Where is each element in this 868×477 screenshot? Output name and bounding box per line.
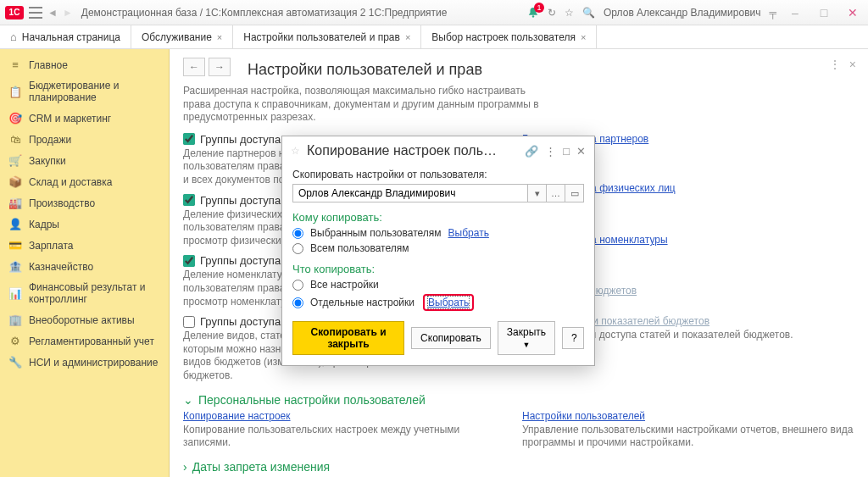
bank-icon: 🏦 bbox=[8, 260, 22, 273]
link-choose-settings[interactable]: Выбрать bbox=[428, 297, 469, 308]
dialog-max-icon[interactable]: □ bbox=[563, 145, 570, 158]
tab-users-rights[interactable]: Настройки пользователей и прав × bbox=[233, 25, 421, 48]
sidebar-item-label: Бюджетирование и планирование bbox=[29, 80, 160, 103]
sidebar-item-label: Закупки bbox=[29, 155, 66, 167]
radio-selected-users[interactable] bbox=[292, 228, 303, 239]
copy-and-close-button[interactable]: Скопировать и закрыть bbox=[292, 321, 404, 355]
sidebar-item-main[interactable]: ≡Главное bbox=[0, 54, 169, 75]
tab-select-settings-label: Выбор настроек пользователя bbox=[431, 31, 576, 43]
close-icon[interactable]: × bbox=[405, 32, 410, 42]
cart-icon: 🛒 bbox=[8, 154, 22, 167]
sidebar-item-salary[interactable]: 💳Зарплата bbox=[0, 235, 169, 256]
chevron-left-icon[interactable]: ◄ bbox=[47, 7, 58, 19]
link-choose-users[interactable]: Выбрать bbox=[448, 227, 489, 239]
tab-service[interactable]: Обслуживание × bbox=[131, 25, 233, 48]
page-menu-icon[interactable]: ⋮ bbox=[829, 58, 841, 71]
sidebar-item-label: Финансовый результат и контроллинг bbox=[29, 281, 160, 305]
sidebar-item-label: Внеоборотные активы bbox=[29, 314, 135, 326]
link-copy-settings[interactable]: Копирование настроек bbox=[183, 410, 291, 422]
target-icon: 🎯 bbox=[8, 112, 22, 125]
radio-selected-users-label: Выбранным пользователям bbox=[310, 227, 442, 239]
group-dates-label: Даты запрета изменения bbox=[192, 460, 330, 474]
close-button-label: Закрыть bbox=[507, 326, 546, 338]
search-icon[interactable]: 🔍 bbox=[582, 7, 595, 19]
wrench-icon: 🔧 bbox=[8, 356, 22, 369]
tab-select-settings[interactable]: Выбор настроек пользователя × bbox=[421, 25, 597, 48]
page-title: Настройки пользователей и прав bbox=[248, 61, 482, 79]
favorite-icon[interactable]: ☆ bbox=[565, 7, 574, 19]
sidebar-item-sales[interactable]: 🛍Продажи bbox=[0, 129, 169, 150]
sidebar-item-label: НСИ и администрирование bbox=[29, 357, 158, 369]
radio-all-settings[interactable] bbox=[292, 280, 303, 291]
bag-icon: 🛍 bbox=[8, 133, 22, 146]
sidebar-item-label: Регламентированный учет bbox=[29, 336, 154, 347]
close-icon[interactable]: × bbox=[581, 32, 586, 42]
chevron-right-icon: › bbox=[183, 460, 187, 474]
label-copy-from: Скопировать настройки от пользователя: bbox=[292, 169, 584, 180]
gear-icon: ⚙ bbox=[8, 335, 22, 347]
group-dates[interactable]: ›Даты запрета изменения bbox=[183, 460, 854, 474]
copy-button[interactable]: Скопировать bbox=[411, 327, 491, 349]
sidebar-item-warehouse[interactable]: 📦Склад и доставка bbox=[0, 171, 169, 192]
sidebar-item-finance[interactable]: 📊Финансовый результат и контроллинг bbox=[0, 277, 169, 309]
help-button[interactable]: ? bbox=[562, 327, 584, 349]
page-close-icon[interactable]: × bbox=[849, 58, 856, 71]
tab-start[interactable]: ⌂ Начальная страница bbox=[0, 25, 131, 48]
chevron-right-icon[interactable]: ► bbox=[63, 7, 73, 19]
notification-badge: 1 bbox=[534, 3, 544, 13]
nav-forward-button[interactable]: → bbox=[209, 58, 231, 76]
sidebar-item-purchases[interactable]: 🛒Закупки bbox=[0, 150, 169, 171]
clipboard-icon: 📋 bbox=[8, 86, 22, 98]
notification-bell-icon[interactable]: 1 bbox=[527, 7, 539, 19]
history-icon[interactable]: ↻ bbox=[548, 7, 556, 19]
nav-sidebar: ≡Главное 📋Бюджетирование и планирование … bbox=[0, 49, 170, 477]
link-user-settings[interactable]: Настройки пользователей bbox=[522, 410, 645, 422]
box-icon: 📦 bbox=[8, 175, 22, 188]
chevron-down-icon: ⌄ bbox=[183, 393, 193, 407]
sidebar-item-production[interactable]: 🏭Производство bbox=[0, 192, 169, 214]
user-name[interactable]: Орлов Александр Владимирович bbox=[604, 7, 761, 19]
user-from-input[interactable] bbox=[292, 184, 528, 202]
list-icon: ≡ bbox=[8, 58, 22, 71]
user-menu-icon[interactable]: ╤ bbox=[769, 7, 776, 19]
dialog-close-icon[interactable]: ✕ bbox=[576, 145, 586, 158]
app-logo-icon: 1C bbox=[5, 6, 24, 19]
copy-settings-dialog: ☆ Копирование настроек поль… 🔗 ⋮ □ ✕ Ско… bbox=[281, 136, 595, 366]
group-personal-settings[interactable]: ⌄Персональные настройки пользователей bbox=[183, 393, 854, 407]
nav-back-button[interactable]: ← bbox=[183, 58, 205, 76]
sidebar-item-regulated[interactable]: ⚙Регламентированный учет bbox=[0, 330, 169, 352]
radio-all-users[interactable] bbox=[292, 243, 303, 254]
ellipsis-icon[interactable]: … bbox=[547, 184, 565, 202]
sidebar-item-treasury[interactable]: 🏦Казначейство bbox=[0, 256, 169, 277]
maximize-icon[interactable]: □ bbox=[814, 3, 834, 23]
dialog-star-icon[interactable]: ☆ bbox=[291, 145, 300, 157]
page-description: Расширенная настройка, позволяющая макси… bbox=[183, 85, 539, 125]
dialog-title: Копирование настроек поль… bbox=[307, 143, 518, 158]
sidebar-item-label: Производство bbox=[29, 197, 95, 209]
close-icon[interactable]: × bbox=[217, 32, 222, 42]
link-icon[interactable]: 🔗 bbox=[525, 145, 538, 158]
sidebar-item-crm[interactable]: 🎯CRM и маркетинг bbox=[0, 108, 169, 129]
chart-icon: 📊 bbox=[8, 287, 22, 300]
radio-selected-settings[interactable] bbox=[292, 297, 303, 308]
dialog-menu-icon[interactable]: ⋮ bbox=[545, 145, 556, 158]
sidebar-item-admin[interactable]: 🔧НСИ и администрирование bbox=[0, 352, 169, 373]
sidebar-item-budgeting[interactable]: 📋Бюджетирование и планирование bbox=[0, 75, 169, 108]
section-what: Что копировать: bbox=[292, 263, 584, 275]
sidebar-item-assets[interactable]: 🏢Внеоборотные активы bbox=[0, 309, 169, 330]
svg-point-0 bbox=[532, 15, 534, 17]
sidebar-item-label: CRM и маркетинг bbox=[29, 113, 111, 125]
close-button[interactable]: Закрыть ▼ bbox=[498, 321, 555, 355]
tab-service-label: Обслуживание bbox=[142, 31, 212, 43]
tab-start-label: Начальная страница bbox=[22, 31, 120, 43]
sidebar-item-label: Казначейство bbox=[29, 261, 93, 273]
close-window-icon[interactable]: ✕ bbox=[843, 3, 863, 23]
dropdown-icon[interactable]: ▾ bbox=[528, 184, 547, 202]
section-who: Кому копировать: bbox=[292, 211, 584, 224]
sidebar-item-label: Продажи bbox=[29, 134, 71, 146]
sidebar-item-hr[interactable]: 👤Кадры bbox=[0, 214, 169, 235]
open-icon[interactable]: ▭ bbox=[565, 184, 584, 202]
group-personal-label: Персональные настройки пользователей bbox=[198, 393, 426, 407]
main-menu-icon[interactable] bbox=[29, 7, 42, 19]
minimize-icon[interactable]: – bbox=[785, 3, 805, 23]
